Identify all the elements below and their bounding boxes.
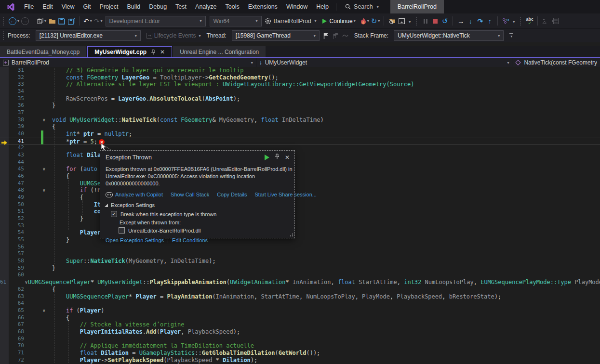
- code-line-45[interactable]: 45∨ for (auto: [0, 166, 600, 173]
- new-item-button[interactable]: ▾: [36, 15, 47, 27]
- navigate-back-button[interactable]: ←▾: [8, 15, 20, 27]
- toolbar-grip[interactable]: [520, 17, 521, 26]
- step-over-button[interactable]: ↷: [475, 15, 485, 27]
- menu-item-extensions[interactable]: Extensions: [244, 0, 282, 13]
- fold-chevron-icon[interactable]: ∨: [24, 307, 52, 314]
- line-number-67[interactable]: 67: [0, 321, 24, 328]
- code-editor[interactable]: 31 // 3) Géométrie du layer qui va recev…: [0, 67, 600, 364]
- code-text[interactable]: float Dila: [52, 152, 101, 159]
- line-number-66[interactable]: 66: [0, 314, 24, 322]
- restart-application-button[interactable]: ↻▾: [370, 15, 381, 27]
- flag-threads-button[interactable]: [321, 30, 331, 41]
- line-number-69[interactable]: 69: [0, 336, 24, 343]
- code-text[interactable]: void UMyUserWidget::NativeTick(const FGe…: [52, 117, 324, 124]
- code-line-65[interactable]: 65∨ if (Player): [0, 307, 600, 314]
- open-exception-settings-link[interactable]: Open Exception Settings: [106, 237, 164, 243]
- code-line-68[interactable]: 68 PlayerInitialRates.Add(Player, Playba…: [0, 328, 600, 336]
- toolbar-grip[interactable]: [3, 17, 4, 26]
- code-line-58[interactable]: 58 Super::NativeTick(MyGeometry, InDelta…: [0, 258, 600, 265]
- line-number-44[interactable]: 44: [0, 159, 24, 166]
- line-number-57[interactable]: 57: [0, 250, 24, 258]
- line-number-39[interactable]: 39: [0, 123, 24, 130]
- navbar-project-dropdown[interactable]: BarrelRollProd ▾: [0, 58, 256, 67]
- code-line-37[interactable]: 37: [0, 109, 600, 117]
- open-file-button[interactable]: [47, 15, 57, 27]
- code-text[interactable]: Super::NativeTick(MyGeometry, InDeltaTim…: [52, 258, 216, 265]
- toolbar-overflow-button[interactable]: ▾: [408, 18, 412, 24]
- line-number-58[interactable]: 58: [0, 258, 24, 265]
- code-line-62[interactable]: 62{: [0, 286, 600, 293]
- code-line-70[interactable]: 70 // Applique immédiatement la TimeDila…: [0, 342, 600, 350]
- code-line-55[interactable]: 55 }: [0, 236, 600, 244]
- tab-battleeventdata-money[interactable]: BattleEventData_Money.cpp: [0, 46, 86, 57]
- hot-reload-button[interactable]: ▾: [360, 15, 370, 27]
- line-number-65[interactable]: 65: [0, 307, 24, 314]
- code-line-36[interactable]: 36}: [0, 102, 600, 109]
- code-text[interactable]: // Applique immédiatement la TimeDilatio…: [52, 342, 254, 350]
- code-line-66[interactable]: 66 {: [0, 314, 600, 322]
- navigate-forward-button[interactable]: →: [20, 15, 30, 27]
- code-line-56[interactable]: 56: [0, 244, 600, 251]
- line-number-34[interactable]: 34: [0, 88, 24, 95]
- resize-grip[interactable]: [289, 233, 293, 236]
- edit-conditions-link[interactable]: Edit Conditions: [172, 237, 208, 243]
- line-number-72[interactable]: 72: [0, 357, 24, 364]
- code-text[interactable]: UUMGSequencePlayer* Player = PlayAnimati…: [52, 293, 501, 300]
- solution-name-badge[interactable]: BarrelRollProd: [390, 0, 444, 13]
- line-number-63[interactable]: 63: [0, 293, 24, 300]
- pin-icon[interactable]: [151, 50, 156, 55]
- pin-icon[interactable]: [275, 154, 280, 161]
- redo-button[interactable]: ↷▾: [93, 15, 104, 27]
- line-number-56[interactable]: 56: [0, 244, 24, 251]
- checkbox-unchecked-icon[interactable]: [119, 227, 125, 234]
- code-line-43[interactable]: 43 float Dila: [0, 152, 600, 159]
- copy-details-link[interactable]: Copy Details: [217, 192, 247, 197]
- code-text[interactable]: }: [52, 265, 55, 272]
- exception-settings-header[interactable]: Exception Settings: [100, 197, 294, 208]
- code-text[interactable]: co: [52, 208, 101, 215]
- navbar-type-dropdown[interactable]: ↓ UMyUserWidget ▾: [256, 58, 513, 67]
- break-when-thrown-row[interactable]: ✓ Break when this exception type is thro…: [100, 208, 294, 217]
- line-number-49[interactable]: 49: [0, 194, 24, 201]
- line-number-31[interactable]: 31: [0, 67, 24, 74]
- window-button[interactable]: [397, 15, 406, 27]
- undo-button[interactable]: ↶▾: [82, 15, 93, 27]
- step-into-button[interactable]: ↓: [466, 15, 475, 27]
- show-next-statement-button[interactable]: →: [456, 15, 466, 27]
- search-box[interactable]: Search ▾: [341, 3, 383, 10]
- menu-item-git[interactable]: Git: [79, 0, 95, 13]
- analyze-with-copilot-link[interactable]: Analyze with Copilot: [115, 192, 163, 197]
- code-text[interactable]: if (!P: [52, 187, 101, 194]
- line-number-45[interactable]: 45: [0, 166, 24, 173]
- code-line-53[interactable]: 53: [0, 222, 600, 230]
- code-text[interactable]: }: [52, 215, 83, 222]
- save-button[interactable]: [57, 15, 67, 27]
- toolbar-grip[interactable]: [3, 31, 4, 40]
- menu-item-edit[interactable]: Edit: [38, 0, 57, 13]
- code-map-button[interactable]: [501, 15, 510, 27]
- start-live-share-link[interactable]: Start Live Share session...: [255, 192, 317, 197]
- line-number-59[interactable]: 59: [0, 265, 24, 272]
- find-in-files-button[interactable]: [387, 15, 397, 27]
- chevron-down-icon[interactable]: ▾: [101, 19, 103, 23]
- spell-check-button[interactable]: abc✓: [525, 15, 534, 27]
- line-number-33[interactable]: 33: [0, 81, 24, 88]
- process-select[interactable]: [21132] UnrealEditor.exe▾: [36, 30, 141, 41]
- line-number-32[interactable]: 32: [0, 74, 24, 81]
- menu-item-analyze[interactable]: Analyze: [191, 0, 221, 13]
- stop-debugging-button[interactable]: [430, 15, 440, 27]
- tab-unreal-engine-configuration[interactable]: Unreal Engine ... Configuration: [173, 46, 266, 57]
- line-number-70[interactable]: 70: [0, 342, 24, 350]
- line-number-46[interactable]: 46: [0, 173, 24, 180]
- checkbox-checked-icon[interactable]: ✓: [111, 211, 117, 217]
- line-number-62[interactable]: 62: [0, 286, 24, 293]
- code-text[interactable]: float Dilation = UGameplayStatics::GetGl…: [52, 350, 320, 357]
- close-icon[interactable]: ✕: [285, 154, 290, 161]
- toolbar-overflow-button[interactable]: ▾: [512, 18, 516, 24]
- code-line-33[interactable]: 33 // Alternative si le layer EST le vie…: [0, 81, 600, 88]
- code-text[interactable]: }: [52, 102, 55, 109]
- code-line-32[interactable]: 32 const FGeometry LayerGeo = TooltipLay…: [0, 74, 600, 81]
- code-line-40[interactable]: 40 int* ptr = nullptr;: [0, 130, 600, 138]
- code-text[interactable]: PlayerInitialRates.Add(Player, PlaybackS…: [52, 328, 240, 336]
- code-text[interactable]: // Alternative si le layer EST le viewpo…: [52, 81, 414, 88]
